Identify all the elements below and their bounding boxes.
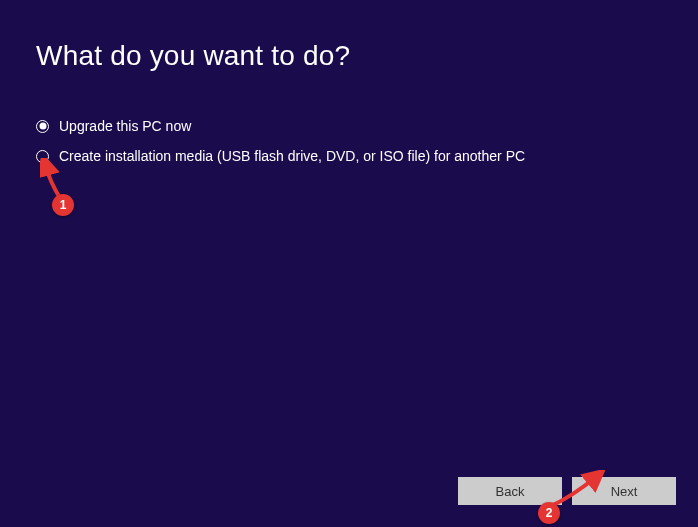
content-area: What do you want to do? Upgrade this PC … <box>0 0 698 164</box>
option-create-media[interactable]: Create installation media (USB flash dri… <box>36 148 662 164</box>
annotation-step-badge: 2 <box>538 502 560 524</box>
option-label: Upgrade this PC now <box>59 118 191 134</box>
option-upgrade-now[interactable]: Upgrade this PC now <box>36 118 662 134</box>
option-group: Upgrade this PC now Create installation … <box>36 118 662 164</box>
radio-icon <box>36 150 49 163</box>
annotation-step-number: 1 <box>52 194 74 216</box>
back-button[interactable]: Back <box>458 477 562 505</box>
annotation-arrow-icon <box>40 158 70 200</box>
radio-icon <box>36 120 49 133</box>
setup-window: What do you want to do? Upgrade this PC … <box>0 0 698 527</box>
annotation-step-badge: 1 <box>52 194 74 216</box>
annotation-step-number: 2 <box>538 502 560 524</box>
page-title: What do you want to do? <box>36 40 662 72</box>
option-label: Create installation media (USB flash dri… <box>59 148 525 164</box>
next-button[interactable]: Next <box>572 477 676 505</box>
footer-buttons: Back Next <box>458 477 676 505</box>
